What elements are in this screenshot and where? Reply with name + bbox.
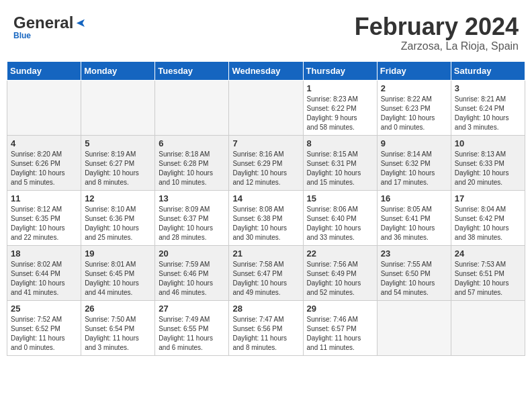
weekday-header-friday: Friday [377, 61, 451, 80]
day-number: 20 [159, 248, 225, 259]
calendar-cell-4-4: 29Sunrise: 7:46 AMSunset: 6:57 PMDayligh… [303, 300, 377, 355]
calendar-week-4: 25Sunrise: 7:52 AMSunset: 6:52 PMDayligh… [7, 300, 525, 355]
day-number: 13 [159, 193, 225, 203]
day-info: Sunrise: 7:47 AMSunset: 6:56 PMDaylight:… [232, 315, 299, 353]
day-number: 8 [307, 138, 373, 148]
day-info: Sunrise: 8:22 AMSunset: 6:23 PMDaylight:… [381, 95, 447, 132]
weekday-header-wednesday: Wednesday [229, 61, 303, 80]
bird-icon: ➤ [76, 15, 86, 30]
day-info: Sunrise: 8:14 AMSunset: 6:32 PMDaylight:… [381, 150, 447, 187]
day-number: 19 [85, 248, 151, 259]
calendar-cell-3-2: 20Sunrise: 7:59 AMSunset: 6:46 PMDayligh… [155, 245, 229, 300]
weekday-header-monday: Monday [81, 61, 155, 80]
day-info: Sunrise: 7:55 AMSunset: 6:50 PMDaylight:… [381, 260, 447, 298]
calendar-cell-1-6: 10Sunrise: 8:13 AMSunset: 6:33 PMDayligh… [451, 135, 525, 190]
calendar-cell-1-3: 7Sunrise: 8:16 AMSunset: 6:29 PMDaylight… [229, 135, 303, 190]
calendar-cell-3-4: 22Sunrise: 7:56 AMSunset: 6:49 PMDayligh… [303, 245, 377, 300]
calendar-cell-2-4: 15Sunrise: 8:06 AMSunset: 6:40 PMDayligh… [303, 190, 377, 245]
day-number: 7 [232, 138, 299, 148]
calendar-cell-0-0 [7, 80, 81, 135]
day-number: 15 [307, 193, 373, 203]
day-number: 26 [85, 304, 151, 314]
day-info: Sunrise: 8:12 AMSunset: 6:35 PMDaylight:… [11, 205, 77, 242]
day-number: 9 [381, 138, 447, 148]
day-number: 5 [85, 138, 151, 148]
calendar-cell-3-0: 18Sunrise: 8:02 AMSunset: 6:44 PMDayligh… [7, 245, 81, 300]
calendar-cell-0-4: 1Sunrise: 8:23 AMSunset: 6:22 PMDaylight… [303, 80, 377, 135]
day-number: 14 [232, 193, 299, 203]
day-info: Sunrise: 8:06 AMSunset: 6:40 PMDaylight:… [307, 205, 373, 242]
calendar-cell-4-5 [377, 300, 451, 355]
calendar-cell-1-1: 5Sunrise: 8:19 AMSunset: 6:27 PMDaylight… [81, 135, 155, 190]
day-info: Sunrise: 8:23 AMSunset: 6:22 PMDaylight:… [307, 95, 373, 132]
day-info: Sunrise: 8:15 AMSunset: 6:31 PMDaylight:… [307, 150, 373, 187]
calendar-cell-3-1: 19Sunrise: 8:01 AMSunset: 6:45 PMDayligh… [81, 245, 155, 300]
calendar-cell-4-0: 25Sunrise: 7:52 AMSunset: 6:52 PMDayligh… [7, 300, 81, 355]
calendar-cell-1-2: 6Sunrise: 8:18 AMSunset: 6:28 PMDaylight… [155, 135, 229, 190]
day-number: 18 [11, 248, 77, 259]
day-info: Sunrise: 8:10 AMSunset: 6:36 PMDaylight:… [85, 205, 151, 242]
day-number: 28 [232, 304, 299, 314]
calendar-week-3: 18Sunrise: 8:02 AMSunset: 6:44 PMDayligh… [7, 245, 525, 300]
location: Zarzosa, La Rioja, Spain [355, 40, 519, 52]
calendar-cell-1-4: 8Sunrise: 8:15 AMSunset: 6:31 PMDaylight… [303, 135, 377, 190]
day-info: Sunrise: 8:19 AMSunset: 6:27 PMDaylight:… [85, 150, 151, 187]
day-info: Sunrise: 8:05 AMSunset: 6:41 PMDaylight:… [381, 205, 447, 242]
day-number: 1 [307, 83, 373, 93]
day-info: Sunrise: 7:56 AMSunset: 6:49 PMDaylight:… [307, 260, 373, 298]
calendar-cell-2-0: 11Sunrise: 8:12 AMSunset: 6:35 PMDayligh… [7, 190, 81, 245]
weekday-header-sunday: Sunday [7, 61, 81, 80]
day-info: Sunrise: 8:01 AMSunset: 6:45 PMDaylight:… [85, 260, 151, 298]
day-info: Sunrise: 8:08 AMSunset: 6:38 PMDaylight:… [232, 205, 299, 242]
calendar-cell-2-3: 14Sunrise: 8:08 AMSunset: 6:38 PMDayligh… [229, 190, 303, 245]
day-info: Sunrise: 8:04 AMSunset: 6:42 PMDaylight:… [455, 205, 521, 242]
day-number: 4 [11, 138, 77, 148]
day-info: Sunrise: 8:20 AMSunset: 6:26 PMDaylight:… [11, 150, 77, 187]
day-info: Sunrise: 7:59 AMSunset: 6:46 PMDaylight:… [159, 260, 225, 298]
page-header: General ➤ Blue February 2024 Zarzosa, La… [7, 7, 525, 56]
calendar-cell-2-5: 16Sunrise: 8:05 AMSunset: 6:41 PMDayligh… [377, 190, 451, 245]
calendar-cell-4-2: 27Sunrise: 7:49 AMSunset: 6:55 PMDayligh… [155, 300, 229, 355]
calendar-week-1: 4Sunrise: 8:20 AMSunset: 6:26 PMDaylight… [7, 135, 525, 190]
day-number: 11 [11, 193, 77, 203]
calendar-cell-1-0: 4Sunrise: 8:20 AMSunset: 6:26 PMDaylight… [7, 135, 81, 190]
calendar-cell-3-5: 23Sunrise: 7:55 AMSunset: 6:50 PMDayligh… [377, 245, 451, 300]
calendar-week-2: 11Sunrise: 8:12 AMSunset: 6:35 PMDayligh… [7, 190, 525, 245]
calendar-week-0: 1Sunrise: 8:23 AMSunset: 6:22 PMDaylight… [7, 80, 525, 135]
day-info: Sunrise: 7:50 AMSunset: 6:54 PMDaylight:… [85, 315, 151, 353]
calendar-cell-0-3 [229, 80, 303, 135]
day-info: Sunrise: 8:13 AMSunset: 6:33 PMDaylight:… [455, 150, 521, 187]
weekday-header-tuesday: Tuesday [155, 61, 229, 80]
day-info: Sunrise: 7:53 AMSunset: 6:51 PMDaylight:… [455, 260, 521, 298]
calendar-cell-2-2: 13Sunrise: 8:09 AMSunset: 6:37 PMDayligh… [155, 190, 229, 245]
day-info: Sunrise: 7:52 AMSunset: 6:52 PMDaylight:… [11, 315, 77, 353]
weekday-header-saturday: Saturday [451, 61, 525, 80]
day-number: 17 [455, 193, 521, 203]
day-info: Sunrise: 8:16 AMSunset: 6:29 PMDaylight:… [232, 150, 299, 187]
day-number: 2 [381, 83, 447, 93]
calendar-table: SundayMondayTuesdayWednesdayThursdayFrid… [7, 61, 525, 356]
weekday-header-thursday: Thursday [303, 61, 377, 80]
day-number: 21 [232, 248, 299, 259]
day-number: 24 [455, 248, 521, 259]
calendar-cell-0-6: 3Sunrise: 8:21 AMSunset: 6:24 PMDaylight… [451, 80, 525, 135]
day-info: Sunrise: 8:02 AMSunset: 6:44 PMDaylight:… [11, 260, 77, 298]
calendar-cell-0-1 [81, 80, 155, 135]
day-number: 23 [381, 248, 447, 259]
logo-blue: Blue [13, 31, 31, 40]
day-info: Sunrise: 7:49 AMSunset: 6:55 PMDaylight:… [159, 315, 225, 353]
day-number: 12 [85, 193, 151, 203]
month-title: February 2024 [355, 13, 519, 40]
day-number: 27 [159, 304, 225, 314]
day-number: 16 [381, 193, 447, 203]
calendar-cell-2-6: 17Sunrise: 8:04 AMSunset: 6:42 PMDayligh… [451, 190, 525, 245]
day-info: Sunrise: 8:09 AMSunset: 6:37 PMDaylight:… [159, 205, 225, 242]
day-number: 3 [455, 83, 521, 93]
day-info: Sunrise: 8:21 AMSunset: 6:24 PMDaylight:… [455, 95, 521, 132]
calendar-cell-4-3: 28Sunrise: 7:47 AMSunset: 6:56 PMDayligh… [229, 300, 303, 355]
calendar-cell-2-1: 12Sunrise: 8:10 AMSunset: 6:36 PMDayligh… [81, 190, 155, 245]
calendar-cell-1-5: 9Sunrise: 8:14 AMSunset: 6:32 PMDaylight… [377, 135, 451, 190]
day-info: Sunrise: 7:46 AMSunset: 6:57 PMDaylight:… [307, 315, 373, 353]
day-number: 10 [455, 138, 521, 148]
day-number: 29 [307, 304, 373, 314]
